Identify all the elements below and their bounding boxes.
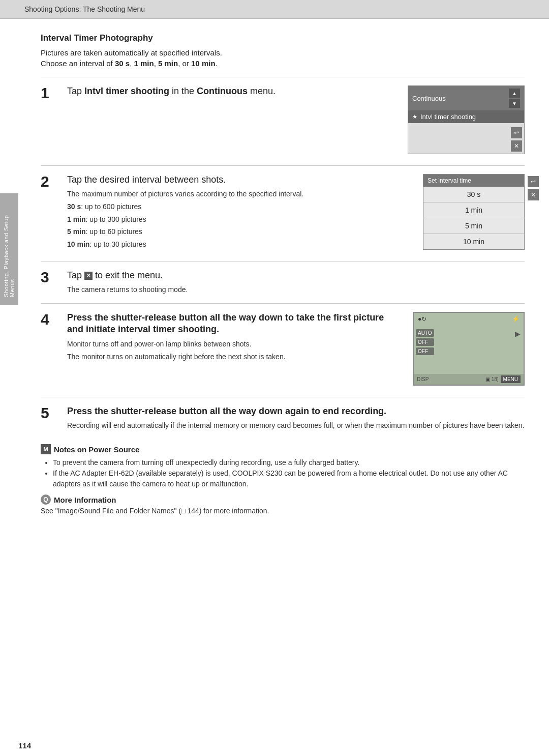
step-5-body: Recording will end automatically if the … bbox=[67, 420, 525, 431]
notes-title-text: Notes on Power Source bbox=[54, 445, 139, 454]
step-5-main: Press the shutter-release button all the… bbox=[67, 405, 525, 433]
im-side-area: ↩ ✕ bbox=[528, 174, 539, 202]
lv-bottom-bar: DISP ▣ 18] MENU bbox=[414, 374, 524, 385]
lv-top-row: ● ↻ ⚡ bbox=[414, 313, 524, 325]
cm-header-row: Continuous ▲ ▼ bbox=[408, 86, 524, 110]
cm-selected-row: ★ Intvl timer shooting bbox=[408, 110, 524, 123]
header-text: Shooting Options: The Shooting Menu bbox=[24, 5, 145, 13]
main-content: Interval Timer Photography Pictures are … bbox=[0, 19, 549, 529]
step-5-p1: Recording will end automatically if the … bbox=[67, 420, 525, 431]
cm-body: ↩ ✕ bbox=[408, 123, 524, 154]
continuous-menu-box: Continuous ▲ ▼ ★ Intvl timer shooting bbox=[408, 85, 525, 154]
more-info-box: Q More Information See "Image/Sound File… bbox=[41, 495, 525, 515]
lv-camera-icon: ● bbox=[418, 315, 421, 323]
cm-selected-item: Intvl timer shooting bbox=[420, 113, 476, 121]
camera-lv-box: ● ↻ ⚡ AUTO OFF OFF ▶ bbox=[413, 312, 525, 386]
more-info-text: See "Image/Sound File and Folder Names" … bbox=[41, 507, 525, 515]
step-3-body: The camera returns to shooting mode. bbox=[67, 284, 525, 296]
header-bar: Shooting Options: The Shooting Menu bbox=[0, 0, 549, 19]
step-3-p1: The camera returns to shooting mode. bbox=[67, 284, 525, 296]
im-row-1[interactable]: 1 min bbox=[423, 202, 524, 218]
step-1-number: 1 bbox=[41, 85, 67, 101]
step-3-main: Tap ✕ to exit the menu. The camera retur… bbox=[67, 270, 525, 297]
cm-title: Continuous bbox=[412, 95, 446, 102]
notes-box: M Notes on Power Source To prevent the c… bbox=[41, 444, 525, 489]
step-3: 3 Tap ✕ to exit the menu. The camera ret… bbox=[41, 261, 525, 303]
page-number: 114 bbox=[18, 741, 31, 750]
cm-side-buttons: ↩ ✕ bbox=[511, 127, 522, 152]
im-back-btn[interactable]: ↩ bbox=[528, 176, 539, 187]
camera-liveview-ui: ● ↻ ⚡ AUTO OFF OFF ▶ bbox=[413, 312, 525, 386]
step-3-heading: Tap ✕ to exit the menu. bbox=[67, 270, 525, 281]
notes-list: To prevent the camera from turning off u… bbox=[41, 457, 525, 489]
step-1-main: Continuous ▲ ▼ ★ Intvl timer shooting bbox=[67, 85, 525, 159]
step-5: 5 Press the shutter-release button all t… bbox=[41, 397, 525, 439]
cm-arrow-down[interactable]: ▼ bbox=[509, 99, 520, 108]
interval-menu-box: Set interval time 30 s 1 min 5 min 10 mi… bbox=[423, 174, 525, 250]
notes-item-1: If the AC Adapter EH-62D (available sepa… bbox=[53, 468, 525, 489]
step-2-number: 2 bbox=[41, 174, 67, 189]
lv-image-icon: ▶ bbox=[515, 330, 521, 338]
section-title: Interval Timer Photography bbox=[41, 33, 525, 43]
lv-icon-off1: OFF bbox=[416, 338, 434, 346]
im-row-3[interactable]: 10 min bbox=[423, 234, 524, 249]
notes-title: M Notes on Power Source bbox=[41, 444, 525, 454]
cm-arrow-up[interactable]: ▲ bbox=[509, 89, 520, 98]
step-3-number: 3 bbox=[41, 270, 67, 285]
step-2: 2 Set interval time 30 s 1 min 5 min 10 … bbox=[41, 165, 525, 261]
im-header: Set interval time bbox=[423, 175, 524, 187]
step-5-heading: Press the shutter-release button all the… bbox=[67, 405, 525, 417]
step-4-number: 4 bbox=[41, 312, 67, 327]
lv-icon-off2: OFF bbox=[416, 347, 434, 355]
lv-frame-info: ▣ 18] bbox=[485, 376, 499, 382]
step-1: 1 Continuous ▲ ▼ ★ bbox=[41, 77, 525, 165]
cm-back-btn[interactable]: ↩ bbox=[511, 127, 522, 138]
lv-icon-auto: AUTO bbox=[416, 329, 434, 337]
im-close-btn[interactable]: ✕ bbox=[528, 189, 539, 200]
lv-menu-button[interactable]: MENU bbox=[501, 375, 521, 383]
lv-left-icons: AUTO OFF OFF bbox=[416, 329, 434, 355]
lv-clock-icon: ↻ bbox=[421, 315, 426, 323]
step-2-main: Set interval time 30 s 1 min 5 min 10 mi… bbox=[67, 174, 525, 255]
cm-close-btn[interactable]: ✕ bbox=[511, 140, 522, 152]
intro-text-2: Choose an interval of 30 s, 1 min, 5 min… bbox=[41, 59, 525, 68]
step-5-number: 5 bbox=[41, 405, 67, 421]
interval-menu-ui: Set interval time 30 s 1 min 5 min 10 mi… bbox=[423, 174, 525, 250]
cm-header-btns: ▲ ▼ bbox=[509, 89, 520, 108]
more-info-icon: Q bbox=[41, 495, 51, 505]
continuous-menu-ui: Continuous ▲ ▼ ★ Intvl timer shooting bbox=[408, 85, 525, 154]
lv-wifi-icon: ⚡ bbox=[512, 315, 520, 323]
notes-item-0: To prevent the camera from turning off u… bbox=[53, 457, 525, 468]
im-row-0[interactable]: 30 s bbox=[423, 187, 524, 202]
lv-right-icon: ▶ bbox=[515, 329, 521, 338]
notes-icon: M bbox=[41, 444, 51, 454]
intro-text-1: Pictures are taken automatically at spec… bbox=[41, 48, 525, 57]
more-info-title: Q More Information bbox=[41, 495, 525, 505]
step-4-main: ● ↻ ⚡ AUTO OFF OFF ▶ bbox=[67, 312, 525, 391]
cm-selected-icon: ★ bbox=[412, 113, 417, 120]
step-4: 4 ● ↻ ⚡ AUTO OFF OFF bbox=[41, 303, 525, 397]
interval-menu-wrap: Set interval time 30 s 1 min 5 min 10 mi… bbox=[423, 174, 525, 250]
x-icon[interactable]: ✕ bbox=[84, 272, 93, 280]
more-info-title-text: More Information bbox=[54, 496, 116, 504]
im-row-2[interactable]: 5 min bbox=[423, 218, 524, 234]
lv-disp-label: DISP bbox=[417, 376, 429, 382]
